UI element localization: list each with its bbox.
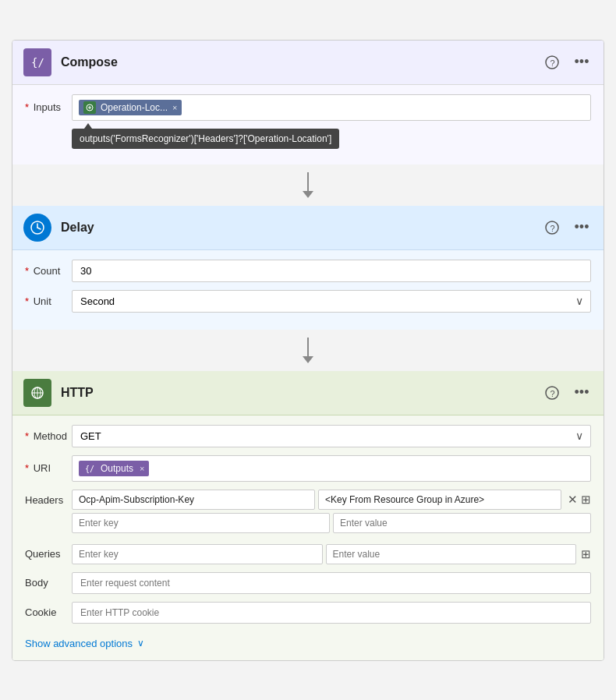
svg-line-8 [37, 228, 41, 229]
query-key-input[interactable] [72, 544, 323, 564]
headers-row-1: ✕ ⊞ [72, 490, 591, 510]
http-actions: ? ••• [541, 382, 593, 404]
token-chip-icon [83, 101, 96, 114]
expression-tooltip: outputs('FormsRecognizer')['Headers']?['… [72, 129, 339, 149]
unit-label: * Unit [25, 295, 72, 307]
compose-body: * Inputs Operation-Loc... × [12, 85, 604, 164]
show-advanced-label: Show advanced options [25, 638, 133, 649]
show-advanced-chevron-icon: ∨ [137, 638, 144, 649]
body-label: Body [25, 577, 72, 589]
header-value-2[interactable] [333, 513, 591, 533]
header-delete-icon[interactable]: ✕ [568, 493, 578, 507]
count-row: * Count [25, 260, 591, 282]
cookie-input[interactable] [72, 602, 591, 624]
svg-text:?: ? [551, 388, 555, 398]
delay-icon [23, 214, 51, 242]
expression-tooltip-wrapper: outputs('FormsRecognizer')['Headers']?['… [72, 129, 591, 149]
http-more-button[interactable]: ••• [571, 382, 593, 404]
svg-text:?: ? [551, 58, 555, 67]
svg-text:{/}: {/} [31, 56, 45, 69]
unit-row: * Unit Second Minute Hour Day ∨ [25, 290, 591, 313]
count-input[interactable] [72, 260, 591, 282]
compose-header: {/} Compose ? ••• [12, 41, 604, 85]
method-row: * Method GET POST PUT DELETE PATCH ∨ [25, 425, 591, 447]
query-value-input[interactable] [326, 544, 577, 564]
compose-actions: ? ••• [541, 51, 593, 73]
headers-row-2 [72, 513, 591, 533]
http-body: * Method GET POST PUT DELETE PATCH ∨ * U… [12, 415, 604, 660]
token-close[interactable]: × [172, 103, 177, 112]
show-advanced-button[interactable]: Show advanced options ∨ [25, 631, 144, 651]
compose-help-button[interactable]: ? [541, 51, 563, 73]
tooltip-arrow [84, 123, 92, 129]
delay-body: * Count * Unit Second Minute Hour Day ∨ [12, 250, 604, 330]
unit-select[interactable]: Second Minute Hour Day [72, 290, 591, 313]
arrow-down-2 [303, 338, 313, 363]
expression-text: outputs('FormsRecognizer')['Headers']?['… [80, 133, 331, 144]
headers-grid: ✕ ⊞ [72, 490, 591, 536]
body-row: Body [25, 572, 591, 594]
count-label: * Count [25, 265, 72, 277]
uri-label: * URI [25, 462, 72, 474]
body-input[interactable] [72, 572, 591, 594]
method-select-wrapper: GET POST PUT DELETE PATCH ∨ [72, 425, 591, 447]
method-label: * Method [25, 430, 72, 442]
uri-outputs-token: {/} Outputs × [79, 461, 149, 476]
http-help-button[interactable]: ? [541, 382, 563, 404]
cookie-row: Cookie [25, 602, 591, 624]
compose-icon: {/} [23, 48, 51, 76]
compose-title: Compose [61, 55, 541, 69]
header-icons-1: ✕ ⊞ [568, 493, 591, 507]
delay-more-button[interactable]: ••• [571, 217, 593, 239]
arrow-down-1 [303, 172, 313, 198]
http-header: HTTP ? ••• [12, 371, 604, 415]
arrow-connector-1 [12, 164, 604, 206]
uri-token-field[interactable]: {/} Outputs × [72, 455, 591, 482]
delay-actions: ? ••• [541, 217, 593, 239]
method-select[interactable]: GET POST PUT DELETE PATCH [72, 425, 591, 447]
workflow-container: {/} Compose ? ••• * Inputs [12, 40, 604, 661]
operation-loc-token: Operation-Loc... × [79, 100, 182, 115]
http-icon [23, 379, 51, 407]
svg-text:?: ? [551, 223, 555, 232]
headers-label: Headers [25, 490, 72, 506]
arrow-connector-2 [12, 330, 604, 371]
inputs-token-field[interactable]: Operation-Loc... × [72, 94, 591, 121]
header-key-1[interactable] [72, 490, 315, 510]
token-label: Operation-Loc... [101, 102, 168, 113]
delay-title: Delay [61, 221, 541, 235]
delay-header: Delay ? ••• [12, 206, 604, 250]
headers-row: Headers ✕ ⊞ [25, 490, 591, 536]
compose-more-button[interactable]: ••• [571, 51, 593, 73]
header-value-1[interactable] [318, 490, 561, 510]
header-add-icon[interactable]: ⊞ [581, 493, 591, 507]
queries-add-icon[interactable]: ⊞ [581, 547, 591, 561]
http-title: HTTP [61, 386, 541, 400]
uri-row: * URI {/} Outputs × [25, 455, 591, 482]
uri-token-label: Outputs [101, 463, 133, 474]
queries-row: Queries ⊞ [25, 544, 591, 564]
delay-help-button[interactable]: ? [541, 217, 563, 239]
queries-label: Queries [25, 548, 72, 560]
inputs-row: * Inputs Operation-Loc... × [25, 94, 591, 121]
header-key-2[interactable] [72, 513, 330, 533]
queries-wrapper [72, 544, 576, 564]
cookie-label: Cookie [25, 606, 72, 618]
unit-select-wrapper: Second Minute Hour Day ∨ [72, 290, 591, 313]
uri-token-icon: {/} [83, 462, 96, 475]
uri-token-close[interactable]: × [140, 464, 144, 473]
svg-text:{/}: {/} [85, 465, 95, 473]
inputs-label: * Inputs [25, 101, 72, 113]
